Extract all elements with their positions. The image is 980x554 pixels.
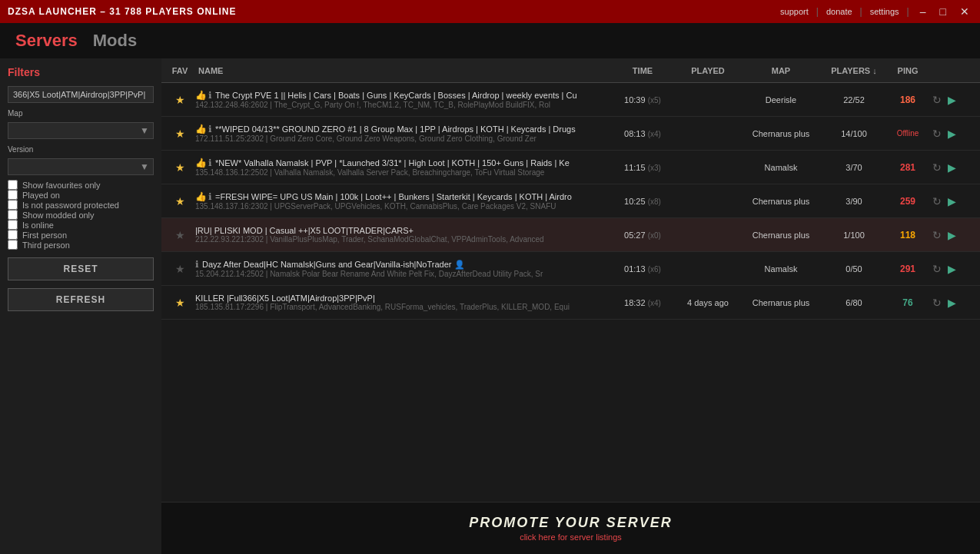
refresh-server-button[interactable]: ↻ bbox=[931, 126, 943, 141]
play-server-button[interactable]: ▶ bbox=[946, 227, 958, 243]
play-server-button[interactable]: ▶ bbox=[946, 261, 958, 277]
fav-col[interactable]: ★ bbox=[164, 161, 195, 174]
th-time[interactable]: TIME bbox=[608, 66, 677, 75]
map-label: Map bbox=[8, 109, 154, 118]
table-row[interactable]: ★👍ℹ*NEW* Valhalla Namalsk | PVP | *Launc… bbox=[161, 151, 980, 184]
checkbox-label-not-password[interactable]: Is not password protected bbox=[22, 201, 119, 210]
actions-col: ↻▶ bbox=[931, 194, 977, 209]
checkbox-label-played-on[interactable]: Played on bbox=[22, 191, 60, 200]
star-filled-icon[interactable]: ★ bbox=[175, 297, 185, 309]
fav-col[interactable]: ★ bbox=[164, 229, 195, 241]
fav-col[interactable]: ★ bbox=[164, 94, 195, 106]
info-icon[interactable]: ℹ bbox=[208, 90, 212, 101]
players-col: 1/100 bbox=[823, 231, 885, 240]
thumbup-icon: 👍 bbox=[195, 158, 207, 168]
close-button[interactable]: ✕ bbox=[957, 5, 972, 18]
checkbox-label-show-favs[interactable]: Show favourites only bbox=[22, 181, 101, 190]
table-row[interactable]: ★👍ℹ**WIPED 04/13** GROUND ZERO #1 | 8 Gr… bbox=[161, 117, 980, 151]
played-col: 4 days ago bbox=[677, 298, 739, 307]
refresh-server-button[interactable]: ↻ bbox=[931, 92, 943, 108]
checkbox-show-modded[interactable] bbox=[8, 210, 18, 220]
ping-col: Offline bbox=[885, 129, 931, 138]
info-icon[interactable]: ℹ bbox=[208, 191, 212, 202]
settings-link[interactable]: settings bbox=[870, 7, 899, 16]
filters-title: Filters bbox=[8, 66, 154, 78]
support-link[interactable]: support bbox=[780, 7, 809, 16]
search-input[interactable] bbox=[8, 86, 154, 103]
checkbox-first-person[interactable] bbox=[8, 230, 18, 240]
info-icon[interactable]: ℹ bbox=[195, 259, 199, 270]
tab-servers[interactable]: Servers bbox=[15, 31, 78, 51]
refresh-server-button[interactable]: ↻ bbox=[931, 194, 943, 209]
reset-button[interactable]: RESET bbox=[8, 257, 154, 280]
star-filled-icon[interactable]: ★ bbox=[175, 128, 185, 140]
th-map[interactable]: MAP bbox=[739, 66, 823, 75]
th-name[interactable]: NAME bbox=[195, 66, 608, 75]
actions-col: ↻▶ bbox=[931, 227, 977, 243]
refresh-server-button[interactable]: ↻ bbox=[931, 160, 943, 175]
fav-col[interactable]: ★ bbox=[164, 128, 195, 140]
name-col: 👍ℹ**WIPED 04/13** GROUND ZERO #1 | 8 Gro… bbox=[195, 124, 608, 143]
donate-link[interactable]: donate bbox=[826, 7, 852, 16]
fav-col[interactable]: ★ bbox=[164, 297, 195, 309]
promote-subtitle[interactable]: click here for server listings bbox=[174, 532, 968, 542]
star-empty-icon[interactable]: ★ bbox=[175, 263, 185, 275]
checkbox-third-person[interactable] bbox=[8, 240, 18, 250]
checkbox-show-favs[interactable] bbox=[8, 180, 18, 190]
checkbox-not-password[interactable] bbox=[8, 200, 18, 210]
th-fav: FAV bbox=[164, 66, 195, 75]
checkbox-label-is-online[interactable]: Is online bbox=[22, 221, 54, 230]
refresh-server-button[interactable]: ↻ bbox=[931, 295, 943, 310]
info-icon[interactable]: ℹ bbox=[208, 124, 212, 134]
map-select[interactable] bbox=[8, 122, 154, 139]
play-server-button[interactable]: ▶ bbox=[946, 160, 958, 175]
map-col: Namalsk bbox=[739, 264, 823, 274]
refresh-server-button[interactable]: ↻ bbox=[931, 261, 943, 277]
table-row[interactable]: ★👍ℹ=FRESH WIPE= UPG US Main | 100k | Loo… bbox=[161, 184, 980, 218]
fav-col[interactable]: ★ bbox=[164, 195, 195, 207]
checkbox-row-first-person: First person bbox=[8, 230, 154, 240]
ping-col: 186 bbox=[885, 95, 931, 105]
play-server-button[interactable]: ▶ bbox=[946, 295, 958, 310]
map-col: Chernarus plus bbox=[739, 197, 823, 206]
server-tags: 185.135.81.17:2296 | FlipTransport, Adva… bbox=[195, 303, 608, 311]
star-filled-icon[interactable]: ★ bbox=[175, 161, 185, 174]
star-filled-icon[interactable]: ★ bbox=[175, 195, 185, 207]
play-server-button[interactable]: ▶ bbox=[946, 126, 958, 141]
tab-mods[interactable]: Mods bbox=[93, 31, 137, 51]
table-row[interactable]: ★👍ℹThe Crypt PVE 1 || Helis | Cars | Boa… bbox=[161, 83, 980, 117]
play-server-button[interactable]: ▶ bbox=[946, 194, 958, 209]
checkbox-played-on[interactable] bbox=[8, 190, 18, 200]
table-row[interactable]: ★ℹDayz After Dead|HC Namalsk|Guns and Ge… bbox=[161, 252, 980, 286]
star-filled-icon[interactable]: ★ bbox=[175, 94, 185, 106]
table-row[interactable]: ★KILLER |Full366|X5 Loot|ATM|Airdrop|3PP… bbox=[161, 286, 980, 320]
checkbox-is-online[interactable] bbox=[8, 220, 18, 230]
bottom-bar: Promote Your Server click here for serve… bbox=[161, 502, 980, 554]
promote-title[interactable]: Promote Your Server bbox=[174, 515, 968, 531]
map-select-wrap: ▼ bbox=[8, 122, 154, 139]
table-row[interactable]: ★|RU| PLISKI MOD | Casual ++|X5 LOOT|TRA… bbox=[161, 218, 980, 252]
checkbox-label-first-person[interactable]: First person bbox=[22, 231, 67, 240]
checkbox-label-show-modded[interactable]: Show modded only bbox=[22, 211, 95, 220]
server-name: |RU| PLISKI MOD | Casual ++|X5 LOOT|TRAD… bbox=[195, 226, 414, 235]
thumbup-icon: 👍 bbox=[195, 191, 207, 202]
th-ping[interactable]: PING bbox=[885, 66, 931, 75]
version-select[interactable] bbox=[8, 158, 154, 175]
time-col: 01:13 (x6) bbox=[608, 264, 677, 274]
server-name: KILLER |Full366|X5 Loot|ATM|Airdrop|3PP|… bbox=[195, 294, 375, 303]
checkbox-label-third-person[interactable]: Third person bbox=[22, 241, 70, 250]
play-server-button[interactable]: ▶ bbox=[946, 92, 958, 108]
th-players[interactable]: PLAYERS ↓ bbox=[823, 66, 885, 75]
refresh-button[interactable]: REFRESH bbox=[8, 288, 154, 311]
checkbox-row-show-favs: Show favourites only bbox=[8, 180, 154, 190]
th-played[interactable]: PLAYED bbox=[677, 66, 739, 75]
maximize-button[interactable]: □ bbox=[937, 5, 949, 18]
info-icon[interactable]: ℹ bbox=[208, 158, 212, 168]
name-col: 👍ℹ*NEW* Valhalla Namalsk | PVP | *Launch… bbox=[195, 158, 608, 177]
minimize-button[interactable]: – bbox=[917, 5, 929, 18]
refresh-server-button[interactable]: ↻ bbox=[931, 227, 943, 243]
server-name: The Crypt PVE 1 || Helis | Cars | Boats … bbox=[215, 91, 577, 100]
star-empty-icon[interactable]: ★ bbox=[175, 229, 185, 241]
time-value: 05:27 bbox=[624, 231, 646, 240]
fav-col[interactable]: ★ bbox=[164, 263, 195, 275]
